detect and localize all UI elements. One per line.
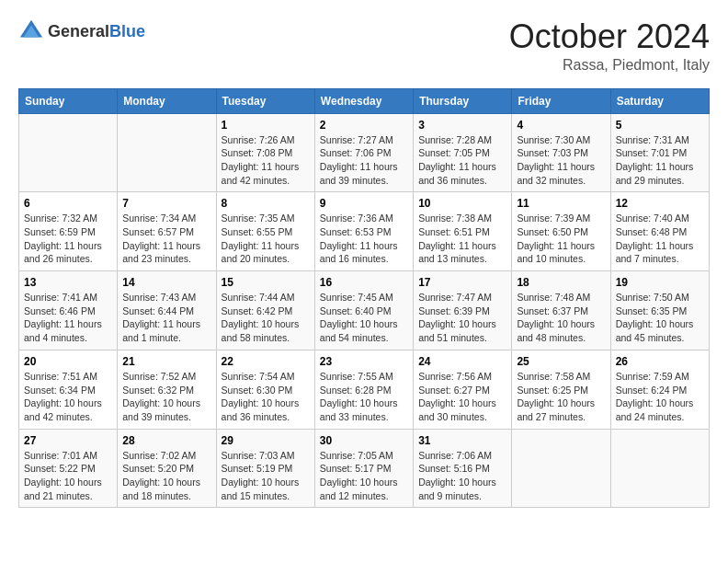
- day-info: Sunrise: 7:48 AMSunset: 6:37 PMDaylight:…: [517, 291, 605, 345]
- calendar-week-row: 20Sunrise: 7:51 AMSunset: 6:34 PMDayligh…: [19, 350, 710, 429]
- calendar-cell: [118, 113, 216, 192]
- logo-general: General: [48, 22, 109, 40]
- day-number: 8: [222, 197, 310, 210]
- title-block: October 2024 Rassa, Piedmont, Italy: [509, 18, 710, 74]
- day-info: Sunrise: 7:27 AMSunset: 7:06 PMDaylight:…: [320, 133, 408, 188]
- day-number: 12: [616, 197, 704, 210]
- calendar-cell: 12Sunrise: 7:40 AMSunset: 6:48 PMDayligh…: [610, 192, 709, 271]
- calendar-cell: 8Sunrise: 7:35 AMSunset: 6:55 PMDaylight…: [216, 192, 314, 271]
- day-header: Friday: [512, 88, 610, 113]
- day-info: Sunrise: 7:45 AMSunset: 6:40 PMDaylight:…: [320, 291, 408, 345]
- day-info: Sunrise: 7:30 AMSunset: 7:03 PMDaylight:…: [517, 133, 605, 188]
- day-number: 15: [222, 276, 310, 289]
- day-info: Sunrise: 7:02 AMSunset: 5:20 PMDaylight:…: [122, 449, 210, 503]
- day-info: Sunrise: 7:06 AMSunset: 5:16 PMDaylight:…: [418, 449, 506, 503]
- day-number: 21: [122, 355, 210, 368]
- calendar-cell: 25Sunrise: 7:58 AMSunset: 6:25 PMDayligh…: [512, 350, 610, 429]
- day-number: 9: [320, 197, 408, 210]
- calendar-cell: 19Sunrise: 7:50 AMSunset: 6:35 PMDayligh…: [610, 271, 709, 350]
- logo-icon: [18, 18, 44, 44]
- calendar-week-row: 27Sunrise: 7:01 AMSunset: 5:22 PMDayligh…: [19, 429, 710, 508]
- day-info: Sunrise: 7:51 AMSunset: 6:34 PMDaylight:…: [24, 370, 112, 424]
- calendar-cell: 22Sunrise: 7:54 AMSunset: 6:30 PMDayligh…: [216, 350, 314, 429]
- calendar-cell: 31Sunrise: 7:06 AMSunset: 5:16 PMDayligh…: [414, 429, 512, 508]
- day-number: 1: [222, 119, 310, 132]
- calendar-week-row: 1Sunrise: 7:26 AMSunset: 7:08 PMDaylight…: [19, 113, 710, 192]
- header-row: SundayMondayTuesdayWednesdayThursdayFrid…: [19, 88, 710, 113]
- day-header: Tuesday: [216, 88, 314, 113]
- calendar-cell: 4Sunrise: 7:30 AMSunset: 7:03 PMDaylight…: [512, 113, 610, 192]
- day-info: Sunrise: 7:35 AMSunset: 6:55 PMDaylight:…: [222, 212, 310, 266]
- day-number: 31: [418, 434, 506, 447]
- day-number: 26: [616, 355, 704, 368]
- location-title: Rassa, Piedmont, Italy: [509, 57, 710, 74]
- day-header: Monday: [118, 88, 216, 113]
- day-number: 30: [320, 434, 408, 447]
- calendar-cell: 20Sunrise: 7:51 AMSunset: 6:34 PMDayligh…: [19, 350, 118, 429]
- day-info: Sunrise: 7:58 AMSunset: 6:25 PMDaylight:…: [517, 370, 605, 424]
- calendar-cell: [610, 429, 709, 508]
- day-info: Sunrise: 7:44 AMSunset: 6:42 PMDaylight:…: [222, 291, 310, 345]
- calendar-cell: 13Sunrise: 7:41 AMSunset: 6:46 PMDayligh…: [19, 271, 118, 350]
- day-number: 24: [418, 355, 506, 368]
- day-number: 7: [122, 197, 210, 210]
- day-header: Wednesday: [314, 88, 413, 113]
- day-info: Sunrise: 7:43 AMSunset: 6:44 PMDaylight:…: [122, 291, 210, 345]
- day-info: Sunrise: 7:05 AMSunset: 5:17 PMDaylight:…: [320, 449, 408, 503]
- day-info: Sunrise: 7:52 AMSunset: 6:32 PMDaylight:…: [122, 370, 210, 424]
- month-title: October 2024: [509, 18, 710, 55]
- calendar-cell: 11Sunrise: 7:39 AMSunset: 6:50 PMDayligh…: [512, 192, 610, 271]
- calendar-cell: 26Sunrise: 7:59 AMSunset: 6:24 PMDayligh…: [610, 350, 709, 429]
- day-number: 11: [517, 197, 605, 210]
- day-number: 20: [24, 355, 112, 368]
- calendar-cell: 27Sunrise: 7:01 AMSunset: 5:22 PMDayligh…: [19, 429, 118, 508]
- day-info: Sunrise: 7:32 AMSunset: 6:59 PMDaylight:…: [24, 212, 112, 266]
- day-number: 3: [418, 119, 506, 132]
- day-info: Sunrise: 7:28 AMSunset: 7:05 PMDaylight:…: [418, 133, 506, 188]
- day-number: 23: [320, 355, 408, 368]
- calendar-cell: 17Sunrise: 7:47 AMSunset: 6:39 PMDayligh…: [414, 271, 512, 350]
- day-number: 28: [122, 434, 210, 447]
- day-number: 14: [122, 276, 210, 289]
- calendar-week-row: 6Sunrise: 7:32 AMSunset: 6:59 PMDaylight…: [19, 192, 710, 271]
- day-number: 10: [418, 197, 506, 210]
- calendar-cell: 2Sunrise: 7:27 AMSunset: 7:06 PMDaylight…: [314, 113, 413, 192]
- calendar-cell: 24Sunrise: 7:56 AMSunset: 6:27 PMDayligh…: [414, 350, 512, 429]
- day-number: 17: [418, 276, 506, 289]
- calendar-cell: 5Sunrise: 7:31 AMSunset: 7:01 PMDaylight…: [610, 113, 709, 192]
- day-number: 4: [517, 119, 605, 132]
- day-info: Sunrise: 7:39 AMSunset: 6:50 PMDaylight:…: [517, 212, 605, 266]
- calendar-cell: 23Sunrise: 7:55 AMSunset: 6:28 PMDayligh…: [314, 350, 413, 429]
- day-number: 16: [320, 276, 408, 289]
- day-info: Sunrise: 7:01 AMSunset: 5:22 PMDaylight:…: [24, 449, 112, 503]
- calendar-cell: 16Sunrise: 7:45 AMSunset: 6:40 PMDayligh…: [314, 271, 413, 350]
- day-number: 5: [616, 119, 704, 132]
- day-info: Sunrise: 7:50 AMSunset: 6:35 PMDaylight:…: [616, 291, 704, 345]
- day-header: Sunday: [19, 88, 118, 113]
- day-info: Sunrise: 7:34 AMSunset: 6:57 PMDaylight:…: [122, 212, 210, 266]
- day-number: 19: [616, 276, 704, 289]
- day-number: 18: [517, 276, 605, 289]
- calendar-cell: 21Sunrise: 7:52 AMSunset: 6:32 PMDayligh…: [118, 350, 216, 429]
- calendar-cell: 14Sunrise: 7:43 AMSunset: 6:44 PMDayligh…: [118, 271, 216, 350]
- calendar-cell: 29Sunrise: 7:03 AMSunset: 5:19 PMDayligh…: [216, 429, 314, 508]
- calendar-week-row: 13Sunrise: 7:41 AMSunset: 6:46 PMDayligh…: [19, 271, 710, 350]
- calendar-table: SundayMondayTuesdayWednesdayThursdayFrid…: [18, 88, 710, 509]
- day-info: Sunrise: 7:40 AMSunset: 6:48 PMDaylight:…: [616, 212, 704, 266]
- day-info: Sunrise: 7:56 AMSunset: 6:27 PMDaylight:…: [418, 370, 506, 424]
- day-number: 22: [222, 355, 310, 368]
- day-info: Sunrise: 7:03 AMSunset: 5:19 PMDaylight:…: [222, 449, 310, 503]
- day-info: Sunrise: 7:41 AMSunset: 6:46 PMDaylight:…: [24, 291, 112, 345]
- day-number: 6: [24, 197, 112, 210]
- day-info: Sunrise: 7:54 AMSunset: 6:30 PMDaylight:…: [222, 370, 310, 424]
- calendar-cell: [512, 429, 610, 508]
- calendar-cell: 1Sunrise: 7:26 AMSunset: 7:08 PMDaylight…: [216, 113, 314, 192]
- day-number: 2: [320, 119, 408, 132]
- day-number: 29: [222, 434, 310, 447]
- day-info: Sunrise: 7:36 AMSunset: 6:53 PMDaylight:…: [320, 212, 408, 266]
- day-number: 13: [24, 276, 112, 289]
- calendar-cell: 9Sunrise: 7:36 AMSunset: 6:53 PMDaylight…: [314, 192, 413, 271]
- page-header: GeneralBlue October 2024 Rassa, Piedmont…: [18, 18, 710, 74]
- calendar-cell: 28Sunrise: 7:02 AMSunset: 5:20 PMDayligh…: [118, 429, 216, 508]
- day-header: Saturday: [610, 88, 709, 113]
